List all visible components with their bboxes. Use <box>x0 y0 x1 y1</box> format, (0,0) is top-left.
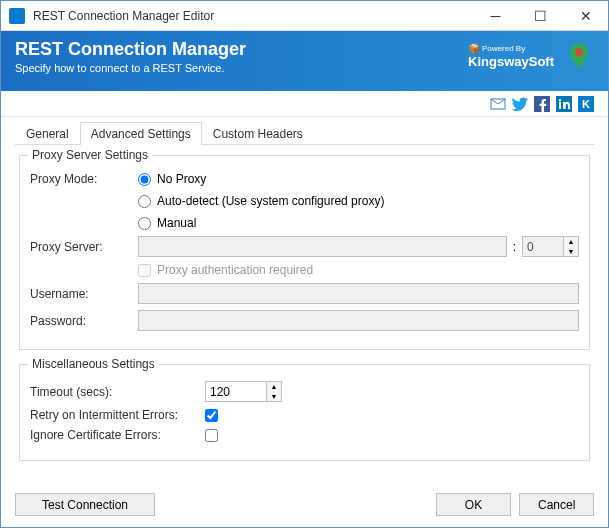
kingswaysoft-icon[interactable]: K <box>578 96 594 112</box>
radio-no-proxy[interactable] <box>138 173 151 186</box>
proxy-port-spinner: ▲ ▼ <box>522 236 579 257</box>
password-input <box>138 310 579 331</box>
facebook-icon[interactable] <box>534 96 550 112</box>
proxy-mode-auto-detect[interactable]: Auto-detect (Use system configured proxy… <box>138 194 384 208</box>
proxy-mode-label: Proxy Mode: <box>30 172 138 186</box>
proxy-mode-no-proxy[interactable]: No Proxy <box>138 172 384 186</box>
close-button[interactable]: ✕ <box>563 1 608 31</box>
footer: Test Connection OK Cancel <box>1 485 608 528</box>
twitter-icon[interactable] <box>512 96 528 112</box>
svg-text:K: K <box>582 98 590 110</box>
misc-settings-group: Miscellaneous Settings Timeout (secs): ▲… <box>19 364 590 461</box>
proxy-server-label: Proxy Server: <box>30 240 138 254</box>
tab-general[interactable]: General <box>15 122 80 145</box>
google-maps-icon <box>564 41 594 71</box>
social-row: K <box>1 91 608 117</box>
ok-button[interactable]: OK <box>436 493 511 516</box>
radio-auto-detect[interactable] <box>138 195 151 208</box>
misc-legend: Miscellaneous Settings <box>28 357 159 371</box>
retry-label: Retry on Intermittent Errors: <box>30 408 205 422</box>
username-label: Username: <box>30 287 138 301</box>
ignore-cert-checkbox[interactable] <box>205 429 218 442</box>
tab-advanced-settings[interactable]: Advanced Settings <box>80 122 202 145</box>
proxy-auth-required: Proxy authentication required <box>138 263 313 277</box>
cancel-button[interactable]: Cancel <box>519 493 594 516</box>
proxy-mode-manual[interactable]: Manual <box>138 216 384 230</box>
timeout-spinner[interactable]: ▲ ▼ <box>205 381 282 402</box>
window-titlebar: REST Connection Manager Editor ─ ☐ ✕ <box>1 1 608 31</box>
linkedin-icon[interactable] <box>556 96 572 112</box>
port-up-button: ▲ <box>564 237 578 247</box>
proxy-auth-checkbox <box>138 264 151 277</box>
timeout-input[interactable] <box>206 382 266 401</box>
banner: REST Connection Manager Specify how to c… <box>1 31 608 91</box>
proxy-legend: Proxy Server Settings <box>28 148 152 162</box>
maximize-button[interactable]: ☐ <box>518 1 563 31</box>
minimize-button[interactable]: ─ <box>473 1 518 31</box>
test-connection-button[interactable]: Test Connection <box>15 493 155 516</box>
window-title: REST Connection Manager Editor <box>33 9 473 23</box>
proxy-server-input <box>138 236 507 257</box>
app-icon <box>9 8 25 24</box>
proxy-settings-group: Proxy Server Settings Proxy Mode: No Pro… <box>19 155 590 350</box>
timeout-label: Timeout (secs): <box>30 385 205 399</box>
ignore-cert-label: Ignore Certificate Errors: <box>30 428 205 442</box>
timeout-down-button[interactable]: ▼ <box>267 392 281 402</box>
password-label: Password: <box>30 314 138 328</box>
tabs: General Advanced Settings Custom Headers <box>15 121 594 145</box>
port-down-button: ▼ <box>564 247 578 257</box>
retry-checkbox[interactable] <box>205 409 218 422</box>
proxy-port-input <box>523 237 563 256</box>
svg-point-0 <box>575 49 583 57</box>
tab-custom-headers[interactable]: Custom Headers <box>202 122 314 145</box>
timeout-up-button[interactable]: ▲ <box>267 382 281 392</box>
username-input <box>138 283 579 304</box>
mail-icon[interactable] <box>490 96 506 112</box>
powered-by: 📦Powered By KingswaySoft <box>468 43 554 69</box>
radio-manual[interactable] <box>138 217 151 230</box>
